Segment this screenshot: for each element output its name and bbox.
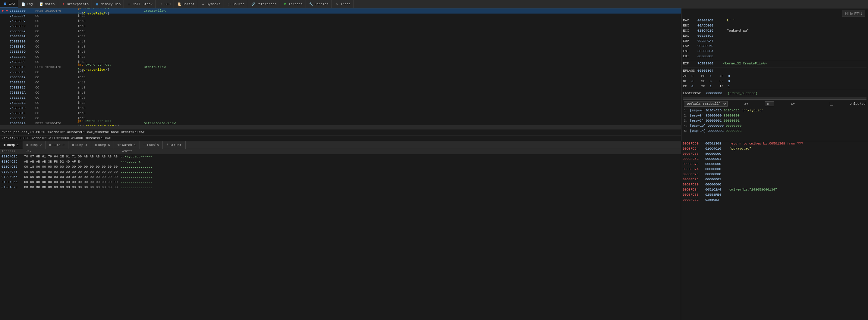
nav-trace[interactable]: ⤷ Trace <box>332 0 354 8</box>
disasm-row[interactable]: 76BE381DCCint3 <box>0 106 681 111</box>
disasm-row[interactable]: 76BE380DCCint3 <box>0 49 681 55</box>
disasm-row[interactable]: 76BE3816CCint3 <box>0 70 681 75</box>
nav-threads[interactable]: ⟳ Threads <box>280 0 306 8</box>
dump-tab-locals[interactable]: ↔Locals <box>140 141 163 149</box>
disasm-status-bar: .text:76BE3800 kernel32.dll:$23800 #1480… <box>0 135 681 141</box>
disasm-row[interactable]: 76BE3808CCint3 <box>0 24 681 29</box>
disasm-row[interactable]: 76BE381ECCint3 <box>0 111 681 116</box>
nav-symbols[interactable]: ◆ Symbols <box>198 0 224 8</box>
nav-source[interactable]: ⟨⟩ Source <box>224 0 248 8</box>
hide-fpu-button[interactable]: Hide FPU <box>842 10 865 17</box>
callstack-count-input[interactable] <box>765 101 774 106</box>
dump-address: 010C4C36 <box>0 164 24 170</box>
stack-value: 00000000 <box>705 167 730 172</box>
disasm-address: 76BE3806 <box>10 13 34 19</box>
callstack-convention-dropdown[interactable]: Default (stdcall) <box>684 101 727 107</box>
disasm-hex: CC <box>34 106 76 111</box>
nav-log[interactable]: 📄 Log <box>18 0 36 8</box>
disasm-row[interactable]: 76BE3810FF25 1C10C476jmp dword ptr ds:[<… <box>0 65 681 70</box>
stack-row: 00D8FC7C00000001 <box>681 177 868 182</box>
nav-script[interactable]: 📜 Script <box>174 0 198 8</box>
disasm-scroll[interactable]: ►●76BE3800FF25 2010C476jmp dword ptr ds:… <box>0 8 681 126</box>
nav-cpu[interactable]: 🖥 CPU <box>0 0 18 8</box>
stack-comment <box>730 177 868 182</box>
disasm-row[interactable]: 76BE380ECCint3 <box>0 55 681 60</box>
dump-tab-dump1[interactable]: ▦Dump 1 <box>0 141 23 149</box>
nav-handles[interactable]: 🔧 Handles <box>306 0 332 8</box>
disasm-address: 76BE380E <box>10 55 34 60</box>
eip-arrow-indicator: ► <box>0 8 6 13</box>
disasm-row[interactable]: 76BE381BCCint3 <box>0 96 681 101</box>
disasm-address: 76BE3810 <box>10 65 34 70</box>
symbols-icon: ◆ <box>201 2 205 6</box>
dump-ascii: «««.;oo.¯a <box>121 159 681 164</box>
disasm-row[interactable]: 76BE3806CCint3 <box>0 13 681 19</box>
eflags-name: EFLAGS <box>683 68 692 73</box>
stack-address: 00D8FC74 <box>681 167 705 172</box>
disasm-mnemonic: int3 <box>76 90 142 96</box>
stack-value: 00000001 <box>705 156 730 162</box>
dump-tab-icon: ? <box>166 143 168 147</box>
disasm-hex: CC <box>34 44 76 49</box>
disasm-row[interactable]: 76BE3807CCint3 <box>0 19 681 24</box>
disasm-row[interactable]: 76BE3818CCint3 <box>0 80 681 85</box>
unlocked-checkbox[interactable] <box>830 102 833 106</box>
disasm-hex: CC <box>34 19 76 24</box>
disasm-address: 76BE381B <box>10 96 34 101</box>
disasm-row[interactable]: 76BE3817CCint3 <box>0 75 681 80</box>
dump-tab-dump4[interactable]: ▦Dump 4 <box>68 141 91 149</box>
nav-source-label: Source <box>233 2 245 6</box>
disasm-row[interactable]: 76BE381ACCint3 <box>0 90 681 96</box>
reg-value: 0000000A <box>698 49 721 54</box>
nav-notes[interactable]: 📝 Notes <box>36 0 58 8</box>
nav-trace-label: Trace <box>341 2 350 6</box>
callstack-section: Default (stdcall) ▲▼ ▲▼ Unlocked 1: [esp… <box>683 99 867 135</box>
upper-section: ►●76BE3800FF25 2010C476jmp dword ptr ds:… <box>0 8 868 141</box>
dump-tab-icon: 👁 <box>118 143 121 147</box>
stack-row: 00D8FC840051C2A4cwlkewfbz."248058040134" <box>681 187 868 192</box>
disasm-row[interactable]: 76BE380ACCint3 <box>0 34 681 39</box>
callstack-row: 5: [esp+14] 00000003 00000003 <box>684 129 866 134</box>
dump-hex: 70 07 6B 61 79 64 2E 61 71 00 AB AB AB A… <box>24 154 121 159</box>
nav-seh[interactable]: ⚡ SEH <box>156 0 174 8</box>
callstack-rows: 1: [esp+4] 010C4C16 010C4C16 "pgkayd.aq"… <box>684 108 866 134</box>
disasm-row[interactable]: 76BE3819CCint3 <box>0 85 681 90</box>
nav-references[interactable]: 🔗 References <box>248 0 280 8</box>
registers-divider <box>683 60 867 60</box>
disasm-address: 76BE380C <box>10 44 34 49</box>
nav-memory-map[interactable]: ▦ Memory Map <box>92 0 124 8</box>
dump-tab-label: Dump 2 <box>30 143 42 147</box>
nav-references-label: References <box>257 2 277 6</box>
dump-tab-dump2[interactable]: ▦Dump 2 <box>23 141 46 149</box>
dump-tab-watch1[interactable]: 👁Watch 1 <box>114 141 140 149</box>
stack-rows-area[interactable]: 00D8FC6000501368return to cwlkewfbz.0050… <box>681 141 868 320</box>
eip-func-label: <kernel32.CreateFileA> <box>723 61 767 66</box>
nav-handles-label: Handles <box>315 2 329 6</box>
dump-tab-dump5[interactable]: ▦Dump 5 <box>91 141 114 149</box>
dump-content[interactable]: Address Hex ASCII 010C4C1670 07 6B 61 79… <box>0 149 681 320</box>
nav-call-stack[interactable]: ☰ Call Stack <box>124 0 156 8</box>
dump-tab-dump3[interactable]: ▦Dump 3 <box>45 141 68 149</box>
stack-value: 00000001 <box>705 177 730 182</box>
stack-row: 00D8FC7400000000 <box>681 167 868 172</box>
stack-row: 00D8FC64010C4C16"pgkayd.aq" <box>681 146 868 151</box>
stack-value: 00000000 <box>705 162 730 167</box>
nav-breakpoints[interactable]: ● Breakpoints <box>58 0 92 8</box>
dump-tab-struct[interactable]: ?Struct <box>163 141 186 149</box>
disasm-row[interactable]: 76BE380BCCint3 <box>0 39 681 44</box>
nav-threads-label: Threads <box>289 2 303 6</box>
disasm-row[interactable]: 76BE381CCCint3 <box>0 101 681 106</box>
disasm-row[interactable]: 76BE380CCCint3 <box>0 44 681 49</box>
disasm-hscroll[interactable] <box>0 126 681 129</box>
disasm-hex: CC <box>34 24 76 29</box>
disasm-row[interactable]: ►●76BE3800FF25 2010C476jmp dword ptr ds:… <box>0 8 681 13</box>
disasm-row[interactable]: 76BE3820FF25 1810C476jmp dword ptr ds:[<… <box>0 121 681 126</box>
reg-name: ESI <box>683 49 692 54</box>
disasm-hex: CC <box>34 85 76 90</box>
dump-address: 010C4C56 <box>0 175 24 180</box>
stack-row: 00D8FC8000000000 <box>681 182 868 187</box>
dump-tab-icon: ▦ <box>72 143 74 147</box>
dump-col-addr-header: Address <box>1 149 26 154</box>
disasm-mnemonic: int3 <box>76 49 142 55</box>
disasm-row[interactable]: 76BE3809CCint3 <box>0 29 681 34</box>
